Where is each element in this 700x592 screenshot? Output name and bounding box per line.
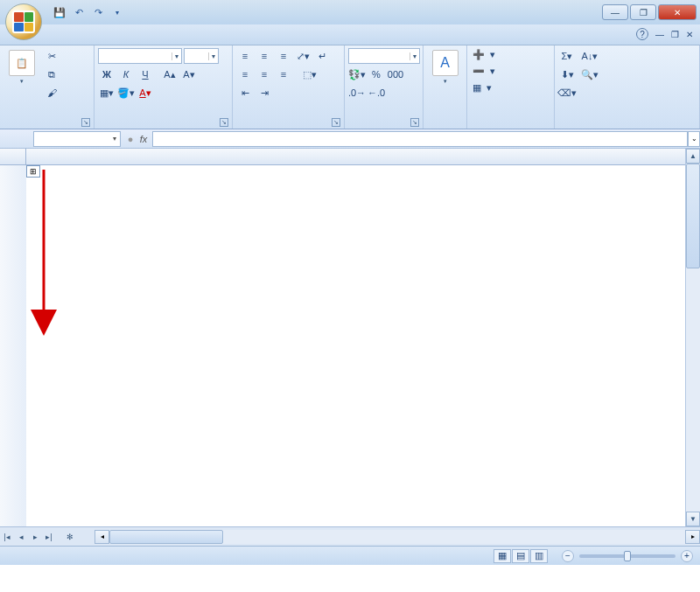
quick-access-toolbar: 💾 ↶ ↷ ▾ (52, 5, 124, 19)
scroll-down-icon[interactable]: ▼ (686, 512, 700, 526)
decrease-indent-icon[interactable]: ⇤ (236, 85, 254, 101)
styles-button[interactable]: A ▾ (427, 48, 463, 87)
font-color-icon[interactable]: A▾ (136, 85, 154, 101)
group-font: ▾ ▾ Ж К Ч A▴ A▾ ▦▾ 🪣▾ A▾ ↘ (94, 45, 233, 129)
delete-icon: ➖ (472, 66, 485, 77)
align-bottom-icon[interactable]: ≡ (275, 48, 292, 64)
align-left-icon[interactable]: ≡ (236, 66, 254, 82)
zoom-thumb[interactable] (624, 551, 631, 561)
ribbon-tabbar: ? — ❐ ✕ (0, 24, 700, 45)
align-middle-icon[interactable]: ≡ (256, 48, 273, 64)
expand-formula-icon[interactable]: ⌄ (688, 131, 700, 147)
maximize-button[interactable]: ❐ (630, 4, 656, 20)
fx-icon[interactable]: fx (135, 134, 152, 144)
new-sheet-icon[interactable]: ✻ (63, 530, 77, 544)
sort-filter-icon[interactable]: A↓▾ (578, 48, 601, 64)
fill-icon[interactable]: ⬇▾ (558, 66, 576, 82)
vscroll-thumb[interactable] (686, 164, 700, 268)
minimize-button[interactable]: — (602, 4, 628, 20)
clear-icon[interactable]: ⌫▾ (558, 85, 576, 101)
accounting-format-icon[interactable]: 💱▾ (348, 66, 366, 82)
group-styles: A ▾ (424, 45, 467, 129)
vertical-scrollbar[interactable]: ▲ ▼ (685, 149, 700, 526)
wrap-text-icon[interactable]: ↵ (313, 48, 331, 64)
percent-format-icon[interactable]: % (368, 66, 385, 82)
delete-cells-button[interactable]: ➖ ▾ (471, 65, 497, 78)
cells-area[interactable]: ⊞ (26, 165, 685, 526)
format-painter-icon[interactable]: 🖌 (43, 85, 60, 101)
ribbon: 📋 ▾ ✂ ⧉ 🖌 ↘ ▾ ▾ Ж К Ч A▴ A▾ (0, 45, 700, 129)
zoom-out-icon[interactable]: − (562, 550, 574, 562)
increase-decimal-icon[interactable]: .0→ (348, 85, 366, 101)
font-launcher-icon[interactable]: ↘ (220, 118, 228, 127)
format-cells-button[interactable]: ▦ ▾ (471, 81, 497, 94)
titlebar: 💾 ↶ ↷ ▾ — ❐ ✕ (0, 0, 700, 24)
help-icon[interactable]: ? (636, 28, 648, 40)
paste-icon: 📋 (9, 50, 35, 76)
cut-icon[interactable]: ✂ (43, 48, 60, 64)
clipboard-launcher-icon[interactable]: ↘ (81, 118, 90, 127)
decrease-decimal-icon[interactable]: ←.0 (368, 85, 385, 101)
number-launcher-icon[interactable]: ↘ (410, 118, 419, 127)
shrink-font-icon[interactable]: A▾ (180, 66, 198, 82)
sheet-nav-next-icon[interactable]: ▸ (28, 530, 42, 544)
mdi-close-icon[interactable]: ✕ (686, 30, 693, 39)
group-cells: ➕ ▾ ➖ ▾ ▦ ▾ (467, 45, 555, 129)
undo-icon[interactable]: ↶ (72, 5, 86, 19)
redo-icon[interactable]: ↷ (91, 5, 105, 19)
mdi-minimize-icon[interactable]: — (655, 30, 664, 39)
close-button[interactable]: ✕ (658, 4, 696, 20)
underline-button[interactable]: Ч (136, 66, 154, 82)
hscroll-thumb[interactable] (109, 530, 223, 544)
align-right-icon[interactable]: ≡ (275, 66, 292, 82)
scroll-up-icon[interactable]: ▲ (686, 149, 700, 164)
fill-color-icon[interactable]: 🪣▾ (117, 85, 135, 101)
increase-indent-icon[interactable]: ⇥ (256, 85, 273, 101)
sheet-nav-first-icon[interactable]: |◂ (0, 530, 14, 544)
merge-cells-icon[interactable]: ⬚▾ (301, 66, 318, 82)
scroll-left-icon[interactable]: ◂ (94, 530, 109, 544)
zoom-slider[interactable] (579, 554, 676, 558)
office-button[interactable] (5, 3, 42, 40)
save-icon[interactable]: 💾 (52, 5, 66, 19)
formula-bar: ▾ ● fx ⌄ (0, 129, 700, 149)
group-editing: Σ▾ ⬇▾ ⌫▾ A↓▾ 🔍▾ (555, 45, 700, 129)
align-launcher-icon[interactable]: ↘ (332, 118, 340, 127)
find-select-icon[interactable]: 🔍▾ (578, 66, 601, 82)
select-all-corner[interactable] (0, 149, 26, 165)
group-number: ▾ 💱▾ % 000 .0→ ←.0 ↘ (345, 45, 424, 129)
spreadsheet-grid: ⊞ ▲ ▼ (0, 149, 700, 526)
align-top-icon[interactable]: ≡ (236, 48, 254, 64)
group-alignment: ≡ ≡ ≡ ⤢▾ ↵ ≡ ≡ ≡ ⬚▾ ⇤ ⇥ ↘ (233, 45, 345, 129)
autosum-icon[interactable]: Σ▾ (558, 48, 576, 64)
font-size-combo[interactable]: ▾ (184, 48, 219, 64)
page-layout-view-icon[interactable]: ▤ (512, 549, 529, 563)
qat-dropdown-icon[interactable]: ▾ (110, 5, 124, 19)
normal-view-icon[interactable]: ▦ (494, 549, 511, 563)
bold-button[interactable]: Ж (98, 66, 116, 82)
name-box[interactable]: ▾ (33, 131, 121, 147)
paste-button[interactable]: 📋 ▾ (4, 48, 40, 87)
number-format-combo[interactable]: ▾ (348, 48, 420, 64)
copy-icon[interactable]: ⧉ (43, 66, 60, 82)
italic-button[interactable]: К (117, 66, 135, 82)
sheet-nav-prev-icon[interactable]: ◂ (14, 530, 28, 544)
scroll-right-icon[interactable]: ▸ (685, 530, 700, 544)
font-name-combo[interactable]: ▾ (98, 48, 182, 64)
sheet-nav-last-icon[interactable]: ▸| (42, 530, 56, 544)
annotation-arrow (26, 165, 61, 340)
horizontal-scrollbar[interactable]: ◂ ▸ (94, 530, 700, 544)
mdi-restore-icon[interactable]: ❐ (671, 30, 679, 39)
align-center-icon[interactable]: ≡ (256, 66, 273, 82)
formula-input[interactable] (152, 131, 688, 147)
comma-format-icon[interactable]: 000 (387, 66, 404, 82)
grow-font-icon[interactable]: A▴ (161, 66, 178, 82)
sheet-tab-bar: |◂ ◂ ▸ ▸| ✻ ◂ ▸ (0, 526, 700, 546)
orientation-icon[interactable]: ⤢▾ (294, 48, 312, 64)
format-icon: ▦ (472, 82, 481, 94)
borders-icon[interactable]: ▦▾ (98, 85, 116, 101)
column-headers (26, 149, 685, 165)
zoom-in-icon[interactable]: + (681, 550, 693, 562)
insert-cells-button[interactable]: ➕ ▾ (471, 48, 497, 61)
page-break-view-icon[interactable]: ▥ (530, 549, 548, 563)
